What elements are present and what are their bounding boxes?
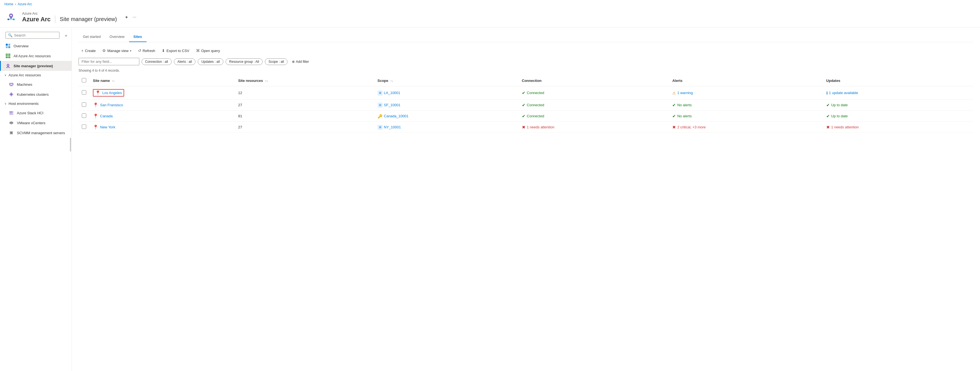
- page-subtitle: Site manager (preview): [60, 16, 117, 22]
- svg-rect-12: [8, 54, 9, 55]
- ca-connection-status: ✔ Connected: [522, 114, 666, 119]
- row-sf-link[interactable]: 📍 San Fransisco: [93, 102, 232, 108]
- sidebar-item-site-manager[interactable]: Site manager (preview): [0, 61, 72, 71]
- sidebar-section-host[interactable]: ∨ Host environments: [0, 99, 72, 108]
- sf-connection-status: ✔ Connected: [522, 102, 666, 108]
- sidebar-search-box[interactable]: 🔍: [6, 32, 59, 39]
- breadcrumb-home[interactable]: Home: [5, 2, 13, 6]
- select-all-checkbox[interactable]: [82, 78, 86, 82]
- svg-rect-39: [10, 114, 13, 115]
- breadcrumb-service[interactable]: Azure Arc: [18, 2, 32, 6]
- row-la-alerts-link[interactable]: 1 warning: [677, 91, 693, 95]
- filter-chip-updates[interactable]: Updates : all: [198, 58, 223, 65]
- svg-rect-18: [8, 57, 9, 58]
- la-updates-status: ℹ 1 update available: [826, 91, 970, 95]
- warning-icon: ⚠: [672, 91, 676, 95]
- manage-view-button[interactable]: ⚙ Manage view ▾: [100, 47, 134, 54]
- filter-chip-alerts[interactable]: Alerts : all: [174, 58, 196, 65]
- row-ny-alerts: ✖ 2 critical, +3 more: [669, 122, 823, 133]
- tabs-container: Get started Overview Sites: [78, 32, 974, 42]
- open-query-button[interactable]: ⌘ Open query: [193, 47, 223, 54]
- row-la-updates: ℹ 1 update available: [823, 86, 974, 99]
- sidebar-item-all-arc[interactable]: All Azure Arc resources: [0, 51, 72, 61]
- tab-overview[interactable]: Overview: [105, 32, 129, 42]
- row-ny-connection-link[interactable]: 1 needs attention: [527, 125, 555, 129]
- sidebar-all-arc-label: All Azure Arc resources: [14, 54, 51, 58]
- more-options-button[interactable]: ···: [132, 14, 137, 21]
- svg-rect-43: [10, 122, 13, 124]
- row-sf-scope-link[interactable]: ⊞ SF_10001: [378, 102, 515, 108]
- row-sf-updates: ✔ Up to date: [823, 99, 974, 111]
- sort-icon-scope[interactable]: ↑↓: [390, 79, 393, 82]
- pin-button[interactable]: ✦: [124, 14, 129, 21]
- table-row: 📍 Los Angeles 12 ⊞ LA_10001: [78, 86, 974, 99]
- row-sf-scope-value: SF_10001: [384, 103, 401, 107]
- create-button[interactable]: + Create: [78, 47, 99, 54]
- sidebar-k8s-label: Kubernetes clusters: [17, 93, 49, 96]
- row-la-scope-link[interactable]: ⊞ LA_10001: [378, 91, 515, 96]
- export-csv-button[interactable]: ⬇ Export to CSV: [159, 47, 192, 54]
- k8s-icon: [9, 91, 14, 97]
- service-name-label: Azure Arc: [22, 11, 117, 16]
- svg-rect-13: [9, 54, 10, 55]
- row-ny-scope-link[interactable]: ⊞ NY_10001: [378, 125, 515, 130]
- table-row: 📍 San Fransisco 27 ⊞ SF_10001 ✔: [78, 99, 974, 111]
- row-ca-connection: ✔ Connected: [519, 111, 669, 122]
- sidebar-item-vmware[interactable]: VMware vCenters: [0, 118, 72, 128]
- row-ca-alerts: ✔ No alerts: [669, 111, 823, 122]
- refresh-button[interactable]: ↺ Refresh: [135, 47, 158, 54]
- row-sf-connection: ✔ Connected: [519, 99, 669, 111]
- sidebar-item-k8s[interactable]: Kubernetes clusters: [0, 90, 72, 99]
- filters-bar: Connection : all Alerts : all Updates : …: [78, 58, 974, 65]
- check-icon-sf-alerts: ✔: [672, 102, 676, 108]
- scvmm-icon: [9, 130, 14, 136]
- sidebar-vmware-label: VMware vCenters: [17, 121, 45, 125]
- sort-icon-site-name[interactable]: ↑↓: [112, 79, 115, 82]
- svg-rect-45: [11, 124, 12, 125]
- row-sf-checkbox[interactable]: [82, 102, 86, 107]
- row-ny-alerts-link[interactable]: 2 critical, +3 more: [677, 125, 706, 129]
- row-la-resources: 12: [235, 86, 374, 99]
- row-la-link[interactable]: 📍 Los Angeles: [95, 90, 122, 96]
- add-filter-button[interactable]: ⊕ Add filter: [290, 59, 311, 65]
- overview-icon: [5, 43, 11, 49]
- sidebar-item-scvmm[interactable]: SCVMM management servers: [0, 128, 72, 138]
- filter-input[interactable]: [78, 58, 139, 65]
- tab-get-started[interactable]: Get started: [78, 32, 105, 42]
- table-header-row: Site name ↑↓ Site resources ↑↓ Scope ↑↓ …: [78, 75, 974, 86]
- ny-pin-icon: 📍: [93, 125, 99, 130]
- row-ny-link[interactable]: 📍 New York: [93, 125, 232, 130]
- row-ny-updates-link[interactable]: 1 needs attention: [831, 125, 859, 129]
- row-ca-scope: 🔑 Canada_10001: [374, 111, 519, 122]
- select-all-col: [78, 75, 89, 86]
- sidebar-section-azure-arc[interactable]: ∨ Azure Arc resources: [0, 71, 72, 79]
- scope-blue-icon: ⊞: [378, 91, 383, 96]
- sidebar-search-input[interactable]: [14, 33, 57, 37]
- row-ca-scope-link[interactable]: 🔑 Canada_10001: [378, 114, 515, 119]
- la-connection-label: Connected: [527, 91, 544, 95]
- tab-sites[interactable]: Sites: [129, 32, 146, 42]
- svg-rect-28: [10, 86, 13, 86]
- search-icon: 🔍: [8, 33, 13, 37]
- row-la-name: Los Angeles: [102, 91, 122, 95]
- svg-rect-16: [9, 55, 10, 56]
- row-ca-checkbox[interactable]: [82, 114, 86, 118]
- sidebar-item-machines[interactable]: Machines: [0, 79, 72, 90]
- row-ny-checkbox[interactable]: [82, 125, 86, 129]
- sidebar-item-overview[interactable]: Overview: [0, 41, 72, 51]
- svg-rect-14: [6, 55, 7, 56]
- filter-chip-resource-group[interactable]: Resource group : All: [226, 58, 262, 65]
- header-main-title: Azure Arc Site manager (preview): [22, 16, 117, 23]
- collapse-sidebar-button[interactable]: «: [63, 31, 69, 40]
- sidebar-item-stack-hci[interactable]: Azure Stack HCI: [0, 108, 72, 118]
- sort-icon-site-resources[interactable]: ↑↓: [265, 79, 268, 82]
- row-la-updates-link[interactable]: 1 update available: [829, 91, 858, 95]
- row-la-checkbox[interactable]: [82, 90, 86, 94]
- main-layout: 🔍 « Overview: [0, 27, 980, 371]
- sidebar-search-row: 🔍 «: [0, 30, 72, 41]
- col-scope: Scope ↑↓: [374, 75, 519, 86]
- filter-chip-connection[interactable]: Connection : all: [142, 58, 172, 65]
- row-ca-link[interactable]: 📍 Canada: [93, 114, 232, 119]
- row-ca-resources: 81: [235, 111, 374, 122]
- filter-chip-scope[interactable]: Scope : all: [265, 58, 288, 65]
